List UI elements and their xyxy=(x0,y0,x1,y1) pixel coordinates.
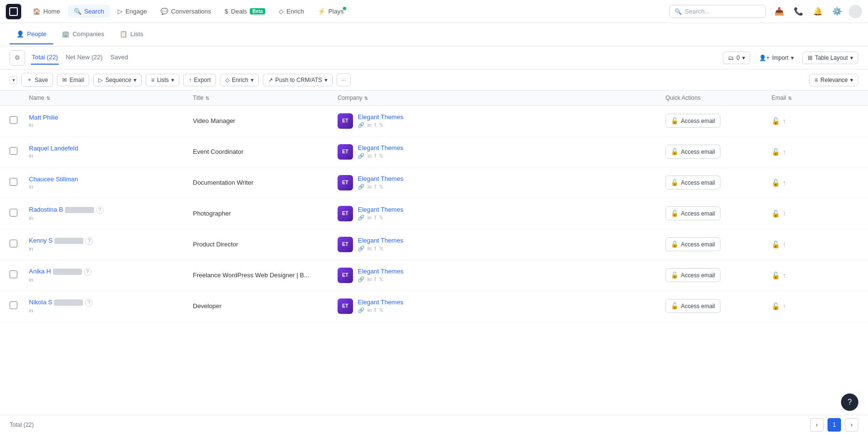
company-name-link[interactable]: Elegant Themes xyxy=(358,175,403,182)
row-checkbox[interactable] xyxy=(10,209,17,217)
sequence-button[interactable]: ▷ Sequence ▾ xyxy=(93,74,142,86)
company-facebook-link[interactable]: f xyxy=(375,153,376,159)
send-email-icon[interactable]: 🔓 xyxy=(772,179,780,187)
company-linkedin-link[interactable]: in xyxy=(367,122,372,128)
company-name-link[interactable]: Elegant Themes xyxy=(358,298,403,306)
upload-email-icon[interactable]: ↑ xyxy=(783,148,786,156)
upload-email-icon[interactable]: ↑ xyxy=(783,302,786,310)
company-website-link[interactable]: 🔗 xyxy=(358,215,365,221)
privacy-info-button[interactable]: ? xyxy=(84,268,92,276)
upload-email-icon[interactable]: ↑ xyxy=(783,179,786,187)
company-name-link[interactable]: Elegant Themes xyxy=(358,144,403,151)
filter-tab-netnew[interactable]: Net New (22) xyxy=(65,51,104,65)
access-email-button[interactable]: 🔓 Access email xyxy=(665,176,720,190)
notifications-tray-button[interactable]: 📥 xyxy=(772,4,787,19)
row-checkbox[interactable] xyxy=(10,116,17,124)
nav-enrich[interactable]: ◇ Enrich xyxy=(273,5,310,18)
nav-engage[interactable]: ▷ Engage xyxy=(112,5,153,18)
company-facebook-link[interactable]: f xyxy=(375,122,376,128)
privacy-info-button[interactable]: ? xyxy=(85,299,93,307)
export-button[interactable]: ↑ Export xyxy=(183,74,216,86)
company-website-link[interactable]: 🔗 xyxy=(358,245,365,252)
send-email-icon[interactable]: 🔓 xyxy=(772,302,780,310)
save-button[interactable]: ＋ Save xyxy=(21,73,53,87)
email-button[interactable]: ✉ Email xyxy=(57,74,89,86)
person-name-link[interactable]: Chaucee Stillman xyxy=(29,176,78,183)
access-email-button[interactable]: 🔓 Access email xyxy=(665,268,720,282)
row-checkbox[interactable] xyxy=(10,240,17,247)
person-name-link[interactable]: Radostina B xyxy=(29,206,63,213)
company-website-link[interactable]: 🔗 xyxy=(358,307,365,313)
select-all-checkbox[interactable]: ▾ xyxy=(10,76,17,84)
linkedin-icon[interactable]: in xyxy=(29,122,33,128)
access-email-button[interactable]: 🔓 Access email xyxy=(665,299,720,313)
filter-tab-total[interactable]: Total (22) xyxy=(31,51,59,65)
company-facebook-link[interactable]: f xyxy=(375,245,376,252)
user-avatar[interactable] xyxy=(849,5,862,18)
tab-people[interactable]: 👤 People xyxy=(10,25,53,44)
upload-email-icon[interactable]: ↑ xyxy=(783,271,786,279)
row-checkbox[interactable] xyxy=(10,147,17,155)
send-email-icon[interactable]: 🔓 xyxy=(772,271,780,279)
app-logo[interactable] xyxy=(6,4,21,19)
access-email-button[interactable]: 🔓 Access email xyxy=(665,237,720,251)
company-linkedin-link[interactable]: in xyxy=(367,153,372,159)
company-twitter-link[interactable]: 𝕏 xyxy=(379,122,383,128)
person-name-link[interactable]: Nikola S xyxy=(29,298,52,306)
tab-companies[interactable]: 🏢 Companies xyxy=(55,25,111,44)
send-email-icon[interactable]: 🔓 xyxy=(772,117,780,125)
company-name-link[interactable]: Elegant Themes xyxy=(358,113,403,121)
linkedin-icon[interactable]: in xyxy=(29,308,33,313)
linkedin-icon[interactable]: in xyxy=(29,184,33,190)
row-checkbox[interactable] xyxy=(10,178,17,186)
col-header-email[interactable]: Email ⇅ xyxy=(772,95,858,101)
filter-button[interactable]: ⚙ xyxy=(10,50,25,66)
access-email-button[interactable]: 🔓 Access email xyxy=(665,114,720,128)
company-facebook-link[interactable]: f xyxy=(375,184,376,190)
company-linkedin-link[interactable]: in xyxy=(367,215,372,221)
nav-home[interactable]: 🏠 Home xyxy=(27,5,66,18)
send-email-icon[interactable]: 🔓 xyxy=(772,210,780,217)
company-linkedin-link[interactable]: in xyxy=(367,307,372,313)
company-linkedin-link[interactable]: in xyxy=(367,184,372,190)
filter-tab-saved[interactable]: Saved xyxy=(109,51,129,65)
access-email-button[interactable]: 🔓 Access email xyxy=(665,206,720,220)
col-header-title[interactable]: Title ⇅ xyxy=(193,95,338,101)
tab-lists[interactable]: 📋 Lists xyxy=(113,25,150,44)
global-search-bar[interactable]: 🔍 Search... xyxy=(669,5,766,18)
person-name-link[interactable]: Matt Philie xyxy=(29,114,58,121)
company-linkedin-link[interactable]: in xyxy=(367,276,372,283)
alerts-button[interactable]: 🔔 xyxy=(810,4,826,19)
company-twitter-link[interactable]: 𝕏 xyxy=(379,215,383,221)
person-name-link[interactable]: Anika H xyxy=(29,268,51,275)
linkedin-icon[interactable]: in xyxy=(29,277,33,283)
phone-button[interactable]: 📞 xyxy=(791,4,806,19)
import-button[interactable]: 👤+ Import ▾ xyxy=(754,52,799,64)
linkedin-icon[interactable]: in xyxy=(29,215,33,221)
company-name-link[interactable]: Elegant Themes xyxy=(358,206,403,213)
company-website-link[interactable]: 🔗 xyxy=(358,153,365,159)
company-website-link[interactable]: 🔗 xyxy=(358,122,365,128)
nav-conversations[interactable]: 💬 Conversations xyxy=(155,5,217,18)
send-email-icon[interactable]: 🔓 xyxy=(772,241,780,248)
company-twitter-link[interactable]: 𝕏 xyxy=(379,276,383,283)
nav-search[interactable]: 🔍 Search xyxy=(68,5,110,18)
company-website-link[interactable]: 🔗 xyxy=(358,276,365,283)
company-twitter-link[interactable]: 𝕏 xyxy=(379,153,383,159)
privacy-info-button[interactable]: ? xyxy=(85,237,93,245)
company-twitter-link[interactable]: 𝕏 xyxy=(379,245,383,252)
row-checkbox[interactable] xyxy=(10,301,17,309)
upload-email-icon[interactable]: ↑ xyxy=(783,117,786,125)
access-email-button[interactable]: 🔓 Access email xyxy=(665,145,720,159)
send-email-icon[interactable]: 🔓 xyxy=(772,148,780,156)
count-btn[interactable]: 🗂 0 ▾ xyxy=(723,52,750,64)
company-facebook-link[interactable]: f xyxy=(375,215,376,221)
person-name-link[interactable]: Kenny S xyxy=(29,237,53,244)
more-actions-button[interactable]: ··· xyxy=(337,73,351,86)
lists-button[interactable]: ≡ Lists ▾ xyxy=(146,74,179,86)
company-facebook-link[interactable]: f xyxy=(375,307,376,313)
col-header-company[interactable]: Company ⇅ xyxy=(338,95,665,101)
company-twitter-link[interactable]: 𝕏 xyxy=(379,184,383,190)
company-linkedin-link[interactable]: in xyxy=(367,245,372,252)
table-layout-button[interactable]: ⊞ Table Layout ▾ xyxy=(802,52,858,64)
